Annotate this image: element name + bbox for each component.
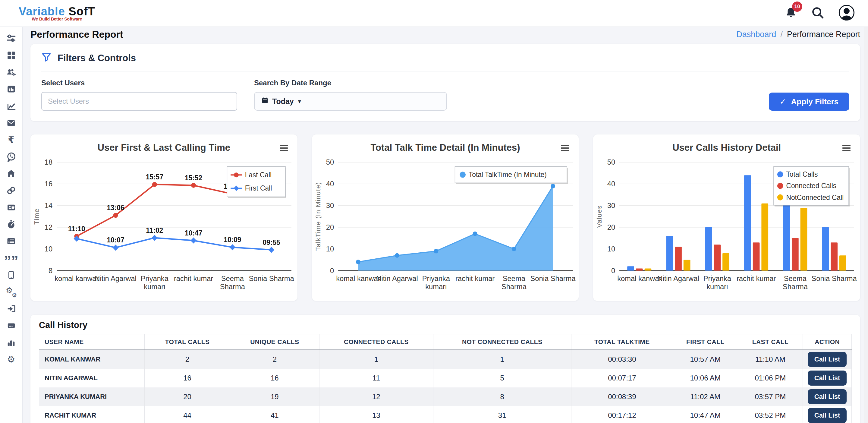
select-users-input[interactable] bbox=[41, 92, 237, 111]
user-name-cell: NITIN AGARWAL bbox=[39, 369, 145, 387]
table-cell: 12 bbox=[319, 387, 433, 406]
table-cell: 13 bbox=[319, 406, 433, 423]
chart-menu-icon[interactable] bbox=[278, 142, 289, 154]
notifications-button[interactable]: 10 bbox=[785, 6, 797, 20]
logo[interactable]: Variable SofT We Build Better Software bbox=[19, 5, 95, 22]
call-history-body: KOMAL KANWAR221100:03:3010:57 AM11:10 AM… bbox=[39, 350, 852, 423]
chart-box-icon[interactable] bbox=[6, 84, 17, 94]
call-list-button[interactable]: Call List bbox=[808, 370, 847, 386]
svg-text:Seema: Seema bbox=[221, 274, 244, 282]
svg-text:Sharma: Sharma bbox=[220, 282, 245, 291]
total-talk-time-panel: Total Talk Time Detail (In Minutes) 0102… bbox=[312, 134, 579, 301]
gears-icon[interactable]: ⚙⚙ bbox=[6, 286, 17, 297]
svg-text:Sonia Sharma: Sonia Sharma bbox=[812, 274, 857, 282]
call-list-button[interactable]: Call List bbox=[808, 389, 847, 404]
chart-menu-icon[interactable] bbox=[560, 142, 570, 154]
breadcrumb-dashboard-link[interactable]: Dashboard bbox=[736, 30, 776, 39]
search-icon bbox=[811, 15, 824, 20]
table-cell: 8 bbox=[433, 387, 571, 406]
team-settings-icon[interactable] bbox=[6, 67, 17, 78]
svg-text:8: 8 bbox=[49, 266, 53, 274]
call-list-button[interactable]: Call List bbox=[808, 408, 847, 423]
svg-text:Nitin Agarwal: Nitin Agarwal bbox=[658, 274, 699, 282]
line-chart-icon[interactable] bbox=[6, 101, 17, 111]
table-cell: 44 bbox=[145, 406, 230, 423]
date-range-picker[interactable]: Today ▾ bbox=[254, 92, 447, 111]
main-content: Performance Report Dashboard / Performan… bbox=[23, 27, 868, 423]
svg-text:TalkTime (In Minute): TalkTime (In Minute) bbox=[314, 182, 322, 251]
table-cell: 11:10 AM bbox=[738, 350, 803, 369]
svg-text:rachit kumar: rachit kumar bbox=[456, 274, 495, 282]
svg-text:rachit kumar: rachit kumar bbox=[737, 274, 776, 282]
page-title: Performance Report bbox=[30, 29, 123, 40]
search-button[interactable] bbox=[811, 6, 824, 20]
settings-icon[interactable]: ⚙ bbox=[6, 354, 17, 364]
breadcrumb: Dashboard / Performance Report bbox=[736, 30, 860, 39]
table-cell: 00:03:30 bbox=[571, 350, 673, 369]
stopwatch-icon[interactable] bbox=[6, 219, 17, 230]
sliders-icon[interactable] bbox=[6, 33, 17, 44]
link-icon[interactable] bbox=[6, 185, 17, 196]
filters-panel: Filters & Controls Select Users Search B… bbox=[30, 44, 860, 121]
apply-filters-button[interactable]: ✓ Apply Filters bbox=[769, 93, 849, 111]
mobile-icon[interactable] bbox=[6, 270, 17, 280]
svg-text:Priyanka: Priyanka bbox=[704, 274, 732, 282]
svg-text:30: 30 bbox=[326, 202, 334, 210]
svg-text:18: 18 bbox=[44, 158, 53, 166]
svg-text:11:10: 11:10 bbox=[68, 224, 85, 233]
table-cell: 00:08:39 bbox=[571, 387, 673, 406]
credit-card-icon[interactable] bbox=[6, 320, 17, 331]
rupee-icon[interactable]: ₹ bbox=[6, 134, 17, 145]
svg-text:Sharma: Sharma bbox=[783, 282, 808, 291]
svg-text:14: 14 bbox=[44, 202, 53, 210]
logo-text: Variable SofT bbox=[19, 5, 95, 18]
svg-text:kumari: kumari bbox=[144, 282, 165, 291]
table-cell: 16 bbox=[230, 369, 319, 387]
table-cell: 2 bbox=[145, 350, 230, 369]
table-cell: 10:47 AM bbox=[673, 406, 738, 423]
svg-text:rachit kumar: rachit kumar bbox=[174, 274, 213, 282]
chart-menu-icon[interactable] bbox=[841, 142, 852, 154]
vertical-scrollbar[interactable] bbox=[864, 27, 868, 423]
quote-icon[interactable]: ”” bbox=[6, 255, 17, 266]
area-chart-canvas: 01020304050TalkTime (In Minute)komal kan… bbox=[314, 154, 577, 300]
column-header: ACTION bbox=[803, 334, 852, 350]
svg-text:20: 20 bbox=[326, 223, 334, 231]
filter-funnel-icon bbox=[41, 52, 52, 64]
breadcrumb-separator: / bbox=[780, 30, 783, 39]
svg-text:09:55: 09:55 bbox=[263, 238, 280, 246]
svg-text:Sonia Sharma: Sonia Sharma bbox=[249, 274, 294, 282]
table-cell: 00:07:17 bbox=[571, 369, 673, 387]
svg-text:Priyanka: Priyanka bbox=[141, 274, 169, 282]
svg-text:Seema: Seema bbox=[784, 274, 807, 282]
select-users-label: Select Users bbox=[41, 79, 237, 87]
column-header: FIRST CALL bbox=[673, 334, 738, 350]
table-cell: 03:52 PM bbox=[738, 406, 803, 423]
list-icon[interactable] bbox=[6, 236, 17, 246]
mail-icon[interactable] bbox=[6, 118, 17, 128]
call-list-button[interactable]: Call List bbox=[808, 352, 847, 367]
calendar-icon bbox=[261, 97, 269, 106]
table-row: PRIYANKA KUMARI201912800:08:3911:02 AM03… bbox=[39, 387, 852, 406]
call-history-table: USER NAMETOTAL CALLSUNIQUE CALLSCONNECTE… bbox=[39, 334, 852, 423]
chart-title: User First & Last Calling Time bbox=[33, 142, 294, 153]
table-cell: 5 bbox=[433, 369, 571, 387]
svg-text:First Call: First Call bbox=[245, 184, 272, 192]
table-cell: 01:06 PM bbox=[738, 369, 803, 387]
table-cell: 41 bbox=[230, 406, 319, 423]
home-icon[interactable] bbox=[6, 168, 17, 179]
svg-text:Nitin Agarwal: Nitin Agarwal bbox=[376, 274, 418, 282]
user-avatar[interactable] bbox=[838, 4, 855, 22]
svg-text:16: 16 bbox=[44, 180, 53, 188]
table-cell: 2 bbox=[230, 350, 319, 369]
filters-heading: Filters & Controls bbox=[58, 53, 136, 64]
whatsapp-icon[interactable] bbox=[6, 151, 17, 162]
call-history-panel: Call History USER NAMETOTAL CALLSUNIQUE … bbox=[30, 315, 860, 423]
table-cell: 1 bbox=[433, 350, 571, 369]
table-cell: 16 bbox=[145, 369, 230, 387]
grid-icon[interactable] bbox=[6, 50, 17, 61]
login-icon[interactable] bbox=[6, 303, 17, 314]
bar-chart-icon[interactable] bbox=[6, 337, 17, 348]
id-card-icon[interactable] bbox=[6, 202, 17, 213]
svg-text:Sonia Sharma: Sonia Sharma bbox=[530, 274, 576, 282]
